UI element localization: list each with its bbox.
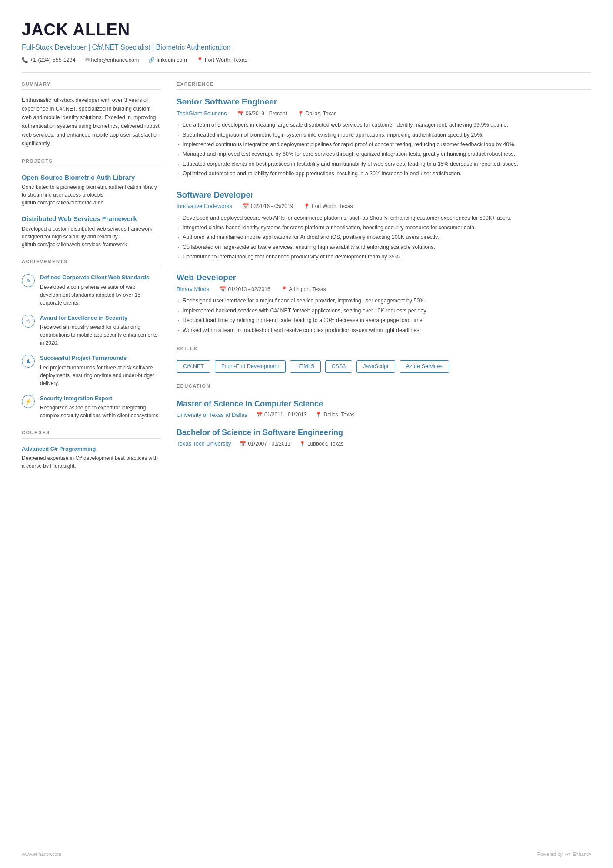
brand-icon: ∞ bbox=[565, 849, 570, 859]
course-name: Advanced C# Programming bbox=[22, 445, 161, 453]
skills-list: C#/.NETFront-End DevelopmentHTML5CSS3Jav… bbox=[177, 360, 591, 373]
phone-text: +1-(234)-555-1234 bbox=[30, 56, 76, 64]
achievement-name: Security Integration Expert bbox=[40, 394, 161, 403]
achievement-icon: ☆ bbox=[22, 315, 35, 328]
exp-meta: TechGiant Solutions 📅06/2019 - Present 📍… bbox=[177, 109, 591, 118]
exp-date: 📅06/2019 - Present bbox=[237, 110, 287, 117]
exp-company: Binary Minds bbox=[177, 285, 209, 294]
achievements-list: ✎ Defined Corporate Client Web Standards… bbox=[22, 273, 161, 419]
main-layout: SUMMARY Enthusiastic full-stack develope… bbox=[22, 80, 591, 476]
calendar-icon: 📅 bbox=[240, 440, 246, 448]
resume-page: JACK ALLEN Full-Stack Developer | C#/.NE… bbox=[0, 0, 613, 868]
achievement-icon: ♟ bbox=[22, 355, 35, 368]
bullet-item: Implemented backend services with C#/.NE… bbox=[177, 307, 591, 315]
exp-location: 📍Arlington, Texas bbox=[281, 285, 326, 293]
project-item: Distributed Web Services Framework Devel… bbox=[22, 214, 161, 248]
bullet-item: Educated corporate clients on best pract… bbox=[177, 160, 591, 168]
pin-icon: 📍 bbox=[281, 285, 287, 293]
bullet-item: Authored and maintained mobile applicati… bbox=[177, 233, 591, 241]
linkedin-text: linkedin.com bbox=[157, 56, 187, 64]
brand-name: Enhancv bbox=[573, 851, 591, 858]
edu-date: 📅01/2007 - 01/2011 bbox=[240, 440, 290, 448]
calendar-icon: 📅 bbox=[256, 411, 263, 419]
email-text: help@enhancv.com bbox=[91, 56, 139, 64]
exp-location: 📍Fort Worth, Texas bbox=[303, 202, 353, 210]
experience-section-title: EXPERIENCE bbox=[177, 80, 591, 90]
achievement-item: ⚡ Security Integration Expert Recognized… bbox=[22, 394, 161, 420]
right-column: EXPERIENCE Senior Software Engineer Tech… bbox=[177, 80, 591, 476]
achievements-section-title: ACHIEVEMENTS bbox=[22, 258, 161, 268]
achievement-item: ♟ Successful Project Turnarounds Led pro… bbox=[22, 354, 161, 387]
edu-school: University of Texas at Dallas bbox=[177, 411, 247, 419]
experience-list: Senior Software Engineer TechGiant Solut… bbox=[177, 96, 591, 335]
exp-date: 📅03/2016 - 05/2019 bbox=[243, 202, 293, 210]
exp-company: TechGiant Solutions bbox=[177, 109, 227, 118]
pin-icon: 📍 bbox=[297, 110, 304, 117]
candidate-title: Full-Stack Developer | C#/.NET Specialis… bbox=[22, 42, 591, 53]
courses-section-title: COURSES bbox=[22, 429, 161, 439]
edu-school: Texas Tech University bbox=[177, 439, 231, 448]
bullet-item: Led a team of 5 developers in creating l… bbox=[177, 121, 591, 129]
exp-company: Innovative Codeworks bbox=[177, 202, 232, 211]
pin-icon: 📍 bbox=[315, 411, 322, 419]
achievement-item: ☆ Award for Excellence in Security Recei… bbox=[22, 314, 161, 347]
exp-meta: Binary Minds 📅01/2013 - 02/2016 📍Arlingt… bbox=[177, 285, 591, 294]
achievement-name: Successful Project Turnarounds bbox=[40, 354, 161, 362]
edu-degree: Bachelor of Science in Software Engineer… bbox=[177, 427, 591, 439]
achievement-desc: Developed a comprehensive suite of web d… bbox=[40, 283, 161, 307]
achievement-desc: Recognized as the go-to expert for integ… bbox=[40, 404, 161, 419]
education-item: Bachelor of Science in Software Engineer… bbox=[177, 427, 591, 448]
calendar-icon: 📅 bbox=[243, 202, 249, 210]
edu-degree: Master of Science in Computer Science bbox=[177, 398, 591, 410]
skills-section-title: SKILLS bbox=[177, 345, 591, 355]
linkedin-contact: 🔗 linkedin.com bbox=[148, 56, 187, 64]
project-item: Open-Source Biometric Auth Library Contr… bbox=[22, 173, 161, 207]
bullet-item: Contributed to internal tooling that enh… bbox=[177, 253, 591, 261]
achievement-desc: Led project turnarounds for three at-ris… bbox=[40, 364, 161, 387]
email-contact: ✉ help@enhancv.com bbox=[85, 56, 139, 64]
achievement-name: Award for Excellence in Security bbox=[40, 314, 161, 322]
education-list: Master of Science in Computer Science Un… bbox=[177, 398, 591, 448]
header-divider bbox=[22, 72, 591, 73]
achievement-content: Defined Corporate Client Web Standards D… bbox=[40, 273, 161, 307]
email-icon: ✉ bbox=[85, 56, 90, 64]
exp-bullets: Led a team of 5 developers in creating l… bbox=[177, 121, 591, 178]
edu-location: 📍Dallas, Texas bbox=[315, 411, 354, 419]
project-name: Distributed Web Services Framework bbox=[22, 214, 161, 223]
skill-badge: JavaScript bbox=[356, 360, 395, 373]
skill-badge: CSS3 bbox=[325, 360, 353, 373]
achievement-desc: Received an industry award for outstandi… bbox=[40, 323, 161, 347]
bullet-item: Redesigned user interface for a major fi… bbox=[177, 297, 591, 305]
achievement-icon: ✎ bbox=[22, 274, 35, 287]
exp-title: Senior Software Engineer bbox=[177, 96, 591, 108]
left-column: SUMMARY Enthusiastic full-stack develope… bbox=[22, 80, 161, 476]
achievement-content: Security Integration Expert Recognized a… bbox=[40, 394, 161, 420]
header: JACK ALLEN Full-Stack Developer | C#/.NE… bbox=[22, 17, 591, 64]
bullet-item: Optimized automation and reliability for… bbox=[177, 170, 591, 178]
exp-bullets: Developed and deployed secure web APIs f… bbox=[177, 214, 591, 261]
edu-location: 📍Lubbock, Texas bbox=[299, 440, 343, 448]
exp-location: 📍Dallas, Texas bbox=[297, 110, 336, 117]
projects-list: Open-Source Biometric Auth Library Contr… bbox=[22, 173, 161, 248]
achievement-icon: ⚡ bbox=[22, 395, 35, 408]
exp-title: Software Developer bbox=[177, 189, 591, 201]
powered-by-label: Powered by bbox=[537, 851, 563, 858]
projects-section-title: PROJECTS bbox=[22, 158, 161, 167]
phone-contact: 📞 +1-(234)-555-1234 bbox=[22, 56, 76, 64]
experience-item: Senior Software Engineer TechGiant Solut… bbox=[177, 96, 591, 178]
bullet-item: Implemented continuous integration and d… bbox=[177, 141, 591, 149]
bullet-item: Integrated claims-based identity systems… bbox=[177, 224, 591, 232]
edu-meta: Texas Tech University 📅01/2007 - 01/2011… bbox=[177, 439, 591, 448]
footer-website: www.enhancv.com bbox=[22, 851, 61, 858]
skill-badge: C#/.NET bbox=[177, 360, 210, 373]
achievement-content: Award for Excellence in Security Receive… bbox=[40, 314, 161, 347]
bullet-item: Spearheaded integration of biometric log… bbox=[177, 131, 591, 139]
education-item: Master of Science in Computer Science Un… bbox=[177, 398, 591, 419]
courses-list: Advanced C# Programming Deepened experti… bbox=[22, 445, 161, 470]
skill-badge: Azure Services bbox=[400, 360, 449, 373]
exp-date: 📅01/2013 - 02/2016 bbox=[220, 285, 270, 293]
page-footer: www.enhancv.com Powered by ∞ Enhancv bbox=[22, 849, 591, 859]
calendar-icon: 📅 bbox=[237, 110, 244, 117]
bullet-item: Collaborated on large-scale software ser… bbox=[177, 243, 591, 251]
course-desc: Deepened expertise in C# development bes… bbox=[22, 454, 161, 470]
